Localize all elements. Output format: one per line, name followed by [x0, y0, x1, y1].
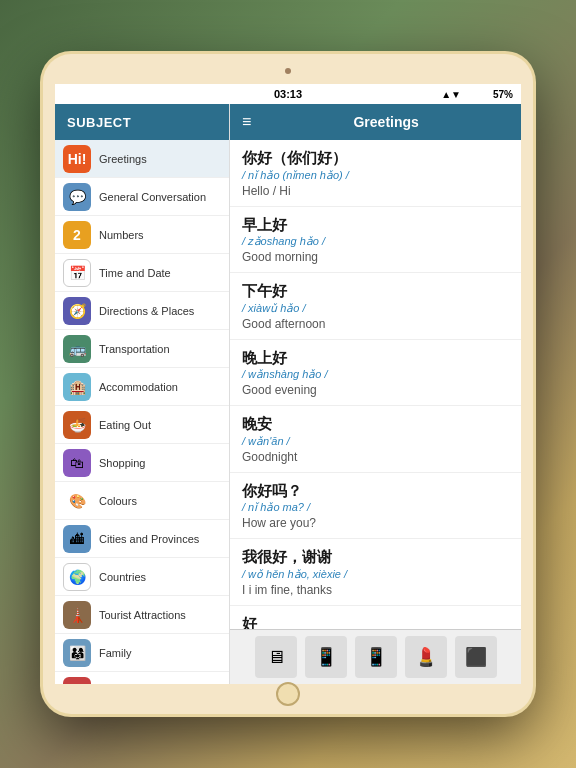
sidebar-item-directions[interactable]: 🧭Directions & Places [55, 292, 229, 330]
sidebar-label-numbers: Numbers [99, 229, 221, 241]
ad-item-0: 🖥 [255, 636, 297, 678]
sidebar-label-shopping: Shopping [99, 457, 221, 469]
ad-item-2: 📱 [355, 636, 397, 678]
phrase-chinese-3: 晚上好 [242, 348, 509, 368]
phrase-english-3: Good evening [242, 383, 509, 397]
sidebar-icon-directions: 🧭 [63, 297, 91, 325]
right-header: ≡ Greetings [230, 104, 521, 140]
tablet-frame: 03:13 ▲▼ 57% SUBJECT Hi!Greetings💬Genera… [43, 54, 533, 714]
sidebar-item-tourist[interactable]: 🗼Tourist Attractions [55, 596, 229, 634]
sidebar-item-eating[interactable]: 🍜Eating Out [55, 406, 229, 444]
ad-item-4: ⬛ [455, 636, 497, 678]
right-panel: ≡ Greetings 你好（你们好）/ nǐ hǎo (nǐmen hǎo) … [230, 104, 521, 684]
ad-item-3: 💄 [405, 636, 447, 678]
phrase-english-5: How are you? [242, 516, 509, 530]
phrase-item-1[interactable]: 早上好/ zǎoshang hǎo /Good morning [230, 207, 521, 274]
phrase-item-5[interactable]: 你好吗？/ nǐ hǎo ma? /How are you? [230, 473, 521, 540]
home-button[interactable] [276, 682, 300, 706]
phrases-list[interactable]: 你好（你们好）/ nǐ hǎo (nǐmen hǎo) /Hello / Hi早… [230, 140, 521, 629]
sidebar-label-time: Time and Date [99, 267, 221, 279]
sidebar-icon-eating: 🍜 [63, 411, 91, 439]
sidebar-icon-colours: 🎨 [63, 487, 91, 515]
sidebar-header: SUBJECT [55, 104, 229, 140]
phrase-english-2: Good afternoon [242, 317, 509, 331]
sidebar-icon-family: 👨‍👩‍👧 [63, 639, 91, 667]
sidebar-icon-countries: 🌍 [63, 563, 91, 591]
battery-indicator: 57% [493, 89, 513, 100]
phrase-chinese-7: 好 [242, 614, 509, 630]
phrase-chinese-5: 你好吗？ [242, 481, 509, 501]
phrase-pinyin-4: / wǎn'ān / [242, 435, 509, 448]
sidebar-item-numbers[interactable]: 2Numbers [55, 216, 229, 254]
sidebar-label-countries: Countries [99, 571, 221, 583]
sidebar-items[interactable]: Hi!Greetings💬General Conversation2Number… [55, 140, 229, 684]
sidebar-label-transport: Transportation [99, 343, 221, 355]
menu-icon[interactable]: ≡ [242, 113, 251, 131]
wifi-indicator: ▲▼ [441, 89, 461, 100]
phrase-item-3[interactable]: 晚上好/ wǎnshàng hǎo /Good evening [230, 340, 521, 407]
sidebar-label-accom: Accommodation [99, 381, 221, 393]
sidebar-icon-accom: 🏨 [63, 373, 91, 401]
sidebar-icon-dating: ❤ [63, 677, 91, 685]
sidebar-label-colours: Colours [99, 495, 221, 507]
tablet-screen: 03:13 ▲▼ 57% SUBJECT Hi!Greetings💬Genera… [55, 84, 521, 684]
sidebar-item-greetings[interactable]: Hi!Greetings [55, 140, 229, 178]
phrase-item-7[interactable]: 好/ hǎo /Good [230, 606, 521, 630]
sidebar-item-colours[interactable]: 🎨Colours [55, 482, 229, 520]
phrase-chinese-1: 早上好 [242, 215, 509, 235]
phrase-item-2[interactable]: 下午好/ xiàwǔ hǎo /Good afternoon [230, 273, 521, 340]
phrase-chinese-6: 我很好，谢谢 [242, 547, 509, 567]
sidebar: SUBJECT Hi!Greetings💬General Conversatio… [55, 104, 230, 684]
sidebar-label-greetings: Greetings [99, 153, 221, 165]
bottom-bar: 🖥📱📱💄⬛ [230, 629, 521, 684]
phrase-chinese-4: 晚安 [242, 414, 509, 434]
sidebar-icon-transport: 🚌 [63, 335, 91, 363]
phrase-item-6[interactable]: 我很好，谢谢/ wǒ hěn hǎo, xièxie /I i im fine,… [230, 539, 521, 606]
sidebar-icon-greetings: Hi! [63, 145, 91, 173]
sidebar-item-dating[interactable]: ❤Dating [55, 672, 229, 684]
sidebar-item-general[interactable]: 💬General Conversation [55, 178, 229, 216]
phrase-english-4: Goodnight [242, 450, 509, 464]
sidebar-icon-tourist: 🗼 [63, 601, 91, 629]
sidebar-item-countries[interactable]: 🌍Countries [55, 558, 229, 596]
sidebar-icon-time: 📅 [63, 259, 91, 287]
phrase-chinese-2: 下午好 [242, 281, 509, 301]
sidebar-icon-general: 💬 [63, 183, 91, 211]
status-time: 03:13 [274, 88, 302, 100]
phrase-english-1: Good morning [242, 250, 509, 264]
phrase-chinese-0: 你好（你们好） [242, 148, 509, 168]
sidebar-icon-shopping: 🛍 [63, 449, 91, 477]
sidebar-item-family[interactable]: 👨‍👩‍👧Family [55, 634, 229, 672]
phrase-item-4[interactable]: 晚安/ wǎn'ān /Goodnight [230, 406, 521, 473]
sidebar-label-directions: Directions & Places [99, 305, 221, 317]
app-container: SUBJECT Hi!Greetings💬General Conversatio… [55, 104, 521, 684]
sidebar-icon-numbers: 2 [63, 221, 91, 249]
camera [285, 68, 291, 74]
sidebar-label-general: General Conversation [99, 191, 221, 203]
sidebar-title: SUBJECT [67, 115, 131, 130]
status-bar: 03:13 ▲▼ 57% [55, 84, 521, 104]
sidebar-item-cities[interactable]: 🏙Cities and Provinces [55, 520, 229, 558]
phrase-pinyin-1: / zǎoshang hǎo / [242, 235, 509, 248]
sidebar-icon-cities: 🏙 [63, 525, 91, 553]
sidebar-label-family: Family [99, 647, 221, 659]
right-panel-title: Greetings [263, 114, 509, 130]
sidebar-item-time[interactable]: 📅Time and Date [55, 254, 229, 292]
sidebar-item-transport[interactable]: 🚌Transportation [55, 330, 229, 368]
phrase-pinyin-3: / wǎnshàng hǎo / [242, 368, 509, 381]
phrase-pinyin-5: / nǐ hǎo ma? / [242, 501, 509, 514]
sidebar-label-tourist: Tourist Attractions [99, 609, 221, 621]
phrase-english-6: I i im fine, thanks [242, 583, 509, 597]
sidebar-label-eating: Eating Out [99, 419, 221, 431]
sidebar-label-cities: Cities and Provinces [99, 533, 221, 545]
phrase-english-0: Hello / Hi [242, 184, 509, 198]
ad-item-1: 📱 [305, 636, 347, 678]
phrase-pinyin-2: / xiàwǔ hǎo / [242, 302, 509, 315]
phrase-pinyin-6: / wǒ hěn hǎo, xièxie / [242, 568, 509, 581]
phrase-item-0[interactable]: 你好（你们好）/ nǐ hǎo (nǐmen hǎo) /Hello / Hi [230, 140, 521, 207]
sidebar-item-accom[interactable]: 🏨Accommodation [55, 368, 229, 406]
phrase-pinyin-0: / nǐ hǎo (nǐmen hǎo) / [242, 169, 509, 182]
sidebar-item-shopping[interactable]: 🛍Shopping [55, 444, 229, 482]
